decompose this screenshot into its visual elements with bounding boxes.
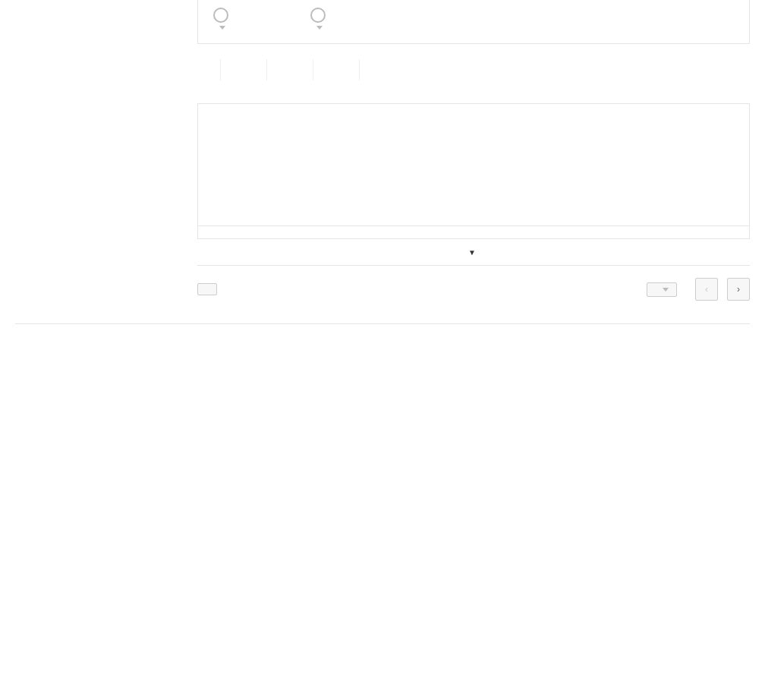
radio-icon	[310, 8, 326, 23]
dropdown-icon	[663, 288, 669, 292]
filter-dates[interactable]	[310, 8, 332, 30]
dropdown-icon	[316, 26, 323, 30]
col-clicks[interactable]	[461, 239, 532, 266]
main-content: ‹ ›	[167, 0, 765, 323]
next-page-button[interactable]: ›	[727, 278, 750, 301]
filter-bar	[197, 0, 750, 44]
dropdown-icon	[219, 26, 225, 30]
col-queries[interactable]	[235, 239, 461, 266]
chart-x-axis	[198, 225, 749, 238]
rows-select[interactable]	[647, 282, 677, 297]
queries-table	[197, 239, 750, 266]
prev-page-button[interactable]: ‹	[695, 278, 718, 301]
chart-container	[197, 103, 750, 239]
col-ctr[interactable]	[603, 239, 661, 266]
sidebar	[0, 0, 167, 323]
copyright-footer	[15, 323, 750, 339]
metric-avg-position[interactable]	[336, 59, 360, 80]
download-button[interactable]	[197, 283, 217, 295]
filter-search-type[interactable]	[213, 8, 235, 30]
metric-total-clicks[interactable]	[197, 59, 221, 80]
line-chart[interactable]	[198, 112, 749, 225]
table-footer: ‹ ›	[197, 278, 750, 301]
metrics-row	[197, 59, 750, 80]
radio-icon	[213, 8, 228, 23]
pager: ‹ ›	[638, 278, 750, 301]
col-impressions[interactable]	[532, 239, 603, 266]
metric-total-impressions[interactable]	[244, 59, 267, 80]
col-position[interactable]	[661, 239, 715, 266]
metric-avg-ctr[interactable]	[290, 59, 313, 80]
